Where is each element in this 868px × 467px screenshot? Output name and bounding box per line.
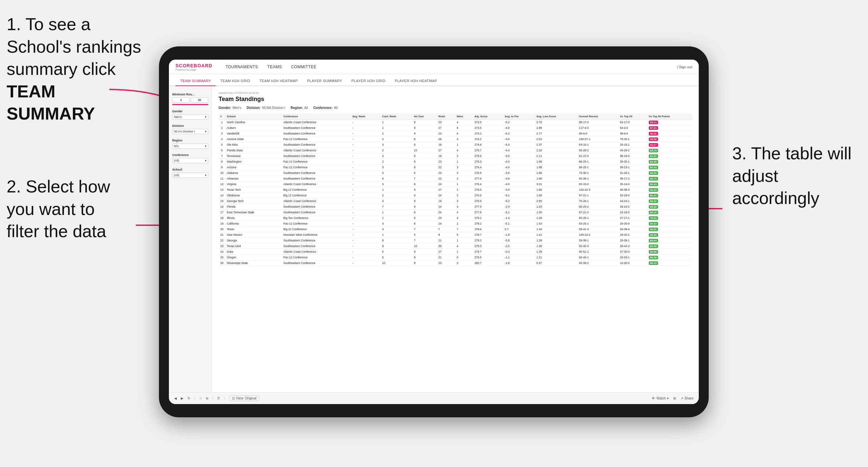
conference-filter-label: Conference:	[313, 106, 333, 110]
min-rounds-max[interactable]: 30	[191, 97, 208, 103]
tab-team-h2h-heatmap[interactable]: TEAM H2H HEATMAP	[255, 76, 302, 86]
table-row: 1 North Carolina Atlantic Coast Conferen…	[219, 120, 692, 125]
cell-avg-par: 2.85	[535, 198, 578, 204]
cell-points: 80.16	[647, 210, 692, 215]
cell-avg-par: 2.20	[535, 148, 578, 153]
instruction-3: 3. The table will adjust accordingly	[732, 143, 858, 210]
cell-vs25: 33-18-0	[618, 193, 647, 198]
cell-avg-par: 0.97	[535, 260, 578, 266]
cell-avg-to-par: -6.0	[503, 159, 535, 165]
points-badge: 80.16	[649, 211, 658, 214]
cell-conference: Atlantic Coast Conference	[282, 198, 351, 204]
nav-teams[interactable]: TEAMS	[267, 65, 282, 69]
cell-rank: 11	[219, 176, 225, 182]
gender-select[interactable]: Men's ▾	[172, 114, 208, 120]
cell-avg-par: 1.21	[535, 255, 578, 260]
filter-bar-gender: Gender: Men's	[219, 106, 241, 110]
conference-label: Conference	[172, 153, 208, 157]
col-vs50-points: Vs Top 50 Points	[647, 114, 692, 120]
toolbar-forward[interactable]: ▶	[181, 397, 183, 400]
tab-player-h2h-grid[interactable]: PLAYER H2H GRID	[347, 76, 390, 86]
col-adj-score: Adj. Score	[473, 114, 503, 120]
cell-adj-score: 277.0	[473, 176, 503, 182]
cell-avg-par: 1.98	[535, 159, 578, 165]
logo: SCOREBOARD Powered by clippi	[176, 63, 212, 71]
toolbar-layout[interactable]: ⊞	[673, 397, 676, 400]
points-badge: 80.23	[649, 165, 658, 169]
cell-avg-rank: -	[351, 238, 380, 243]
cell-avg-to-par: -2.9	[503, 204, 535, 210]
cell-conf-rank: 7	[380, 204, 412, 210]
points-badge: 80.34	[649, 183, 658, 186]
cell-avg-par: 1.39	[535, 249, 578, 255]
cell-vs25: 33-38-4	[618, 226, 647, 232]
school-value: (All)	[174, 174, 179, 177]
tab-team-h2h-grid[interactable]: TEAM H2H GRID	[216, 76, 255, 86]
cell-wins: 6	[455, 131, 473, 136]
cell-vs25: 38-23-1	[618, 165, 647, 170]
view-original-label: View: Original	[236, 397, 257, 400]
region-label: Region	[172, 139, 208, 142]
tab-team-summary[interactable]: TEAM SUMMARY	[176, 76, 216, 86]
toolbar-clock[interactable]: ⏱	[217, 397, 220, 400]
toolbar-copy[interactable]: ⧉	[206, 397, 208, 400]
share-button[interactable]: ↗ Share	[681, 397, 693, 400]
cell-school: Mississippi State	[225, 260, 282, 266]
cell-rank: 23	[219, 243, 225, 249]
toolbar-sep-2: |	[212, 397, 213, 400]
cell-vs25: 44-24-1	[618, 198, 647, 204]
cell-wins: 3	[455, 198, 473, 204]
cell-avg-to-par: -1.4	[503, 215, 535, 221]
col-school: School	[225, 114, 282, 120]
watch-label: Watch	[656, 397, 665, 400]
tab-player-summary[interactable]: PLAYER SUMMARY	[302, 76, 347, 86]
cell-conference: Big 12 Conference	[282, 226, 351, 232]
nav-tournaments[interactable]: TOURNAMENTS	[225, 65, 258, 69]
cell-wins: 1	[455, 182, 473, 187]
cell-overall: 95-29-2	[577, 148, 618, 153]
cell-avg-to-par: -6.2	[503, 131, 535, 136]
sign-out-button[interactable]: | Sign out	[677, 65, 692, 69]
instruction-3-text: 3. The table will adjust accordingly	[732, 144, 851, 208]
watch-chevron: ▾	[667, 397, 669, 400]
cell-rank: 1	[219, 120, 225, 125]
cell-overall: 76-26-1	[577, 198, 618, 204]
cell-points: 80.13	[647, 260, 692, 266]
cell-wins: 2	[455, 153, 473, 159]
points-badge: 85.58	[649, 137, 658, 141]
cell-overall: 117-4-0	[577, 125, 618, 131]
cell-vs25: 63-17-0	[618, 120, 647, 125]
cell-rank: 2	[219, 125, 225, 131]
min-rounds-inputs: 4 30	[172, 97, 208, 103]
nav-committee[interactable]: COMMITTEE	[291, 65, 317, 69]
view-original-button[interactable]: ⊡ View: Original	[229, 396, 260, 401]
cell-points: 80.71	[647, 176, 692, 182]
filter-gender: Gender Men's ▾	[172, 110, 208, 120]
cell-conf-rank: 2	[380, 159, 412, 165]
cell-avg-to-par: -6.1	[503, 193, 535, 198]
watch-button[interactable]: 👁 Watch ▾	[652, 397, 669, 400]
toolbar-bookmark[interactable]: ☆	[199, 397, 202, 400]
cell-overall: 86-25-1	[577, 165, 618, 170]
table-row: 10 Alabama Southeastern Conference - 5 6…	[219, 170, 692, 176]
cell-points: 80.84	[647, 232, 692, 238]
toolbar-reload[interactable]: ↻	[187, 397, 190, 400]
cell-adj-score: 277.6	[473, 210, 503, 215]
division-select[interactable]: NCAA Division I ▾	[172, 129, 208, 134]
toolbar-back[interactable]: ◀	[174, 397, 177, 400]
cell-conference: Big Ten Conference	[282, 215, 351, 221]
sign-out-text: Sign out	[679, 65, 692, 69]
conference-select[interactable]: (All) ▾	[172, 158, 208, 163]
cell-overall: 109-24-2	[577, 232, 618, 238]
min-rounds-min[interactable]: 4	[172, 97, 189, 103]
cell-school: Florida State	[225, 148, 282, 153]
cell-adj-score: 279.7	[473, 148, 503, 153]
school-select[interactable]: (All) ▾	[172, 173, 208, 178]
region-select[interactable]: N/A ▾	[172, 144, 208, 149]
cell-points: 80.02	[647, 204, 692, 210]
cell-adj-score: 280.7	[473, 260, 503, 266]
cell-overall: 97-21-1	[577, 193, 618, 198]
min-rounds-slider[interactable]	[172, 104, 208, 105]
cell-avg-rank: -	[351, 221, 380, 226]
tab-player-h2h-heatmap[interactable]: PLAYER H2H HEATMAP	[390, 76, 442, 86]
